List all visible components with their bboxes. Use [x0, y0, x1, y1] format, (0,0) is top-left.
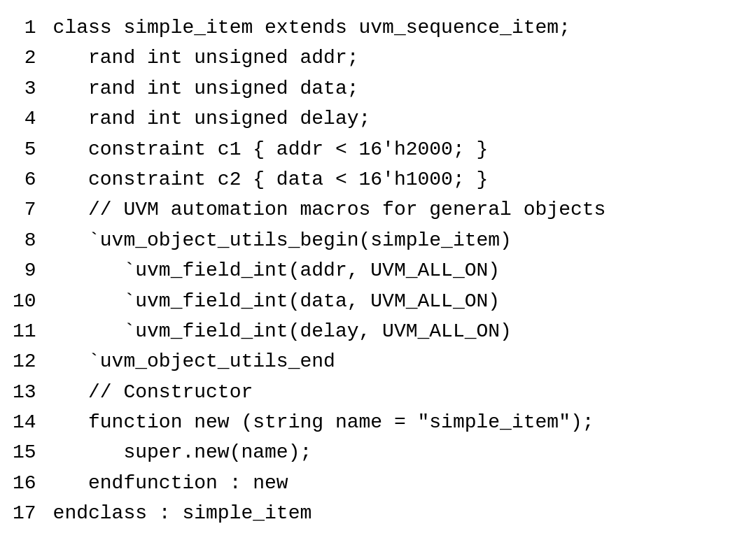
- code-line-1: class simple_item extends uvm_sequence_i…: [53, 13, 742, 43]
- line-number-2: 2: [13, 43, 36, 73]
- code-line-6: constraint c2 { data < 16'h1000; }: [53, 164, 742, 194]
- line-number-4: 4: [13, 104, 36, 134]
- code-line-14: function new (string name = "simple_item…: [53, 407, 742, 437]
- line-number-5: 5: [13, 134, 36, 164]
- code-line-10: `uvm_field_int(data, UVM_ALL_ON): [53, 286, 742, 316]
- line-number-16: 16: [13, 468, 36, 498]
- line-number-14: 14: [13, 407, 36, 437]
- code-lines: class simple_item extends uvm_sequence_i…: [53, 13, 756, 546]
- code-line-3: rand int unsigned data;: [53, 73, 742, 104]
- code-line-8: `uvm_object_utils_begin(simple_item): [53, 225, 742, 255]
- code-line-17: endclass : simple_item: [53, 498, 742, 528]
- line-number-9: 9: [13, 255, 36, 285]
- code-line-16: endfunction : new: [53, 468, 742, 498]
- line-number-7: 7: [13, 194, 36, 225]
- line-number-13: 13: [13, 377, 36, 407]
- line-number-17: 17: [13, 498, 36, 528]
- code-line-2: rand int unsigned addr;: [53, 43, 742, 73]
- code-line-13: // Constructor: [53, 377, 742, 407]
- line-number-column: 1234567891011121314151617: [0, 13, 53, 546]
- code-line-4: rand int unsigned delay;: [53, 104, 742, 134]
- line-number-3: 3: [13, 73, 36, 104]
- code-line-9: `uvm_field_int(addr, UVM_ALL_ON): [53, 255, 742, 285]
- line-number-8: 8: [13, 225, 36, 255]
- code-line-7: // UVM automation macros for general obj…: [53, 194, 742, 225]
- line-number-1: 1: [13, 13, 36, 43]
- code-line-5: constraint c1 { addr < 16'h2000; }: [53, 134, 742, 164]
- code-viewer: 1234567891011121314151617 class simple_i…: [0, 0, 756, 559]
- line-number-6: 6: [13, 164, 36, 194]
- line-number-15: 15: [13, 437, 36, 467]
- code-line-15: super.new(name);: [53, 437, 742, 467]
- line-number-10: 10: [13, 286, 36, 316]
- line-number-11: 11: [13, 316, 36, 346]
- code-line-12: `uvm_object_utils_end: [53, 346, 742, 376]
- line-number-12: 12: [13, 346, 36, 376]
- code-line-11: `uvm_field_int(delay, UVM_ALL_ON): [53, 316, 742, 346]
